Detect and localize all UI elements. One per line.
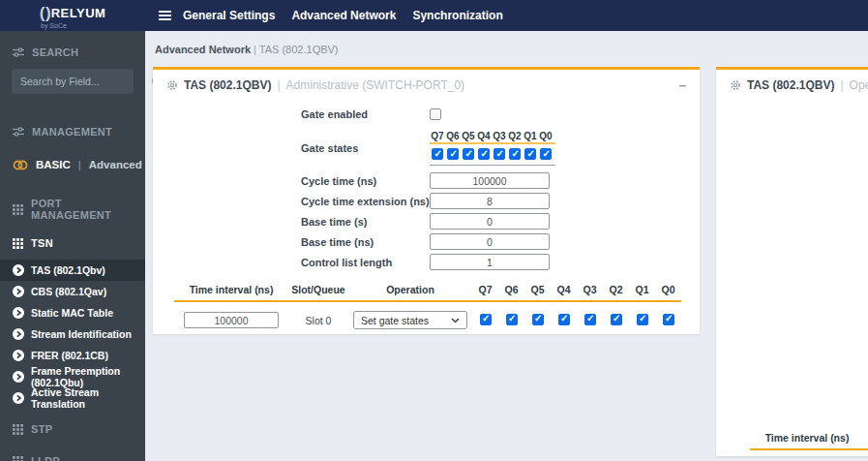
gate-state-q0-checkbox[interactable]: [540, 148, 552, 160]
top-navbar: ( ) RELYUM by SoCe General Settings Adva…: [0, 0, 868, 31]
base-time-ns-input[interactable]: [430, 233, 550, 250]
queue-header: Q0: [538, 131, 554, 141]
sidebar-management-header: MANAGEMENT: [32, 126, 112, 138]
sidebar-port-management-header: PORT MANAGEMENT: [31, 198, 145, 221]
base-time-s-input[interactable]: [430, 213, 550, 230]
queue-header: Q4: [476, 131, 492, 141]
gear-icon: [730, 79, 741, 91]
tsn-submenu: TAS (802.1Qbv) CBS (802.1Qav) Static MAC…: [0, 260, 145, 409]
menu-general-settings[interactable]: General Settings: [183, 9, 275, 22]
sidebar-basic-advanced-toggle[interactable]: BASIC | Advanced: [0, 156, 145, 173]
gate-state-q1-checkbox[interactable]: [524, 148, 536, 160]
panel-header: TAS (802.1QBV) | Operative (SWITCH-PORT_…: [716, 70, 868, 99]
col-q6: Q6: [498, 284, 524, 301]
sidebar-item-active-stream-translation[interactable]: Active Stream Translation: [0, 387, 145, 409]
sidebar-section-search: SEARCH: [0, 43, 145, 62]
grid-icon: [13, 456, 23, 461]
sidebar-item-static-mac-table[interactable]: Static MAC Table: [0, 302, 145, 323]
row-q2-checkbox[interactable]: [611, 314, 622, 325]
gate-state-q6-checkbox[interactable]: [447, 148, 459, 160]
row-q7-checkbox[interactable]: [480, 314, 492, 325]
sidebar-item-tsn[interactable]: TSN: [0, 233, 145, 253]
col-q4: Q4: [551, 284, 577, 301]
grid-icon: [13, 238, 23, 249]
breadcrumb-section: Advanced Network: [155, 44, 251, 55]
app-screen: ( ) RELYUM by SoCe General Settings Adva…: [0, 0, 868, 461]
col-slot-queue: Slot/Queue: [864, 432, 868, 449]
row-q4-checkbox[interactable]: [558, 314, 570, 325]
arrow-circle-icon: [13, 371, 24, 383]
gate-state-q2-checkbox[interactable]: [509, 148, 521, 160]
main-menu: General Settings Advanced Network Synchr…: [183, 9, 503, 22]
gate-state-q3-checkbox[interactable]: [494, 148, 505, 160]
col-q7: Q7: [472, 284, 498, 301]
base-time-s-row: Base time (s): [153, 213, 700, 230]
row-q3-checkbox[interactable]: [584, 314, 596, 325]
queue-header: Q3: [492, 131, 507, 141]
sidebar-item-tas[interactable]: TAS (802.1Qbv): [0, 260, 145, 281]
base-time-s-label: Base time (s): [301, 216, 430, 228]
gate-state-q5-checkbox[interactable]: [463, 148, 474, 160]
collapse-panel-button[interactable]: −: [678, 79, 686, 92]
main-content: Advanced Network | TAS (802.1QBV) TAS (8…: [145, 31, 868, 461]
sidebar-item-frer[interactable]: FRER (802.1CB): [0, 345, 145, 366]
cycle-time-input[interactable]: [430, 172, 550, 189]
tas-operative-panel: TAS (802.1QBV) | Operative (SWITCH-PORT_…: [716, 67, 868, 456]
hamburger-menu-icon[interactable]: [159, 15, 171, 16]
sidebar-stp-label: STP: [31, 423, 52, 435]
cycle-time-label: Cycle time (ns): [301, 175, 430, 187]
brand-circle-icon: ( ): [40, 5, 49, 21]
breadcrumb-separator: |: [254, 44, 256, 55]
gate-enabled-checkbox[interactable]: [430, 108, 441, 120]
breadcrumb: Advanced Network | TAS (802.1QBV): [145, 31, 868, 67]
operation-select[interactable]: Set gate states: [353, 311, 467, 329]
col-time-interval: Time interval (ns): [750, 432, 864, 449]
sidebar-item-label: Frame Preemption (802.1Qbu): [31, 365, 145, 388]
sidebar-item-stp[interactable]: STP: [0, 419, 145, 439]
gate-enabled-row: Gate enabled: [153, 108, 700, 120]
sidebar-section-port-management: PORT MANAGEMENT: [0, 200, 145, 219]
gate-state-q7-checkbox[interactable]: [432, 148, 443, 160]
row-q0-checkbox[interactable]: [663, 314, 674, 325]
control-list-row: Slot 0 Set gate states: [174, 301, 681, 329]
brand-logo[interactable]: ( ) RELYUM by SoCe: [0, 2, 145, 29]
queue-header: Q7: [430, 131, 445, 141]
arrow-circle-icon: [13, 307, 24, 319]
gear-icon: [166, 79, 178, 91]
gate-state-q4-checkbox[interactable]: [478, 148, 490, 160]
sidebar-item-cbs[interactable]: CBS (802.1Qav): [0, 281, 145, 302]
base-time-ns-label: Base time (ns): [301, 236, 430, 248]
sidebar: SEARCH MANAGEMENT BASIC | Advanced: [0, 31, 145, 461]
grid-icon: [13, 204, 23, 215]
sidebar-search-box: [12, 69, 134, 94]
brand-name: RELYUM: [51, 7, 106, 19]
sidebar-item-lldp[interactable]: LLDP: [0, 451, 145, 461]
time-interval-input[interactable]: [184, 312, 279, 328]
gate-states-label: Gate states: [301, 142, 430, 154]
control-list-length-label: Control list length: [301, 257, 430, 268]
sidebar-item-frame-preemption[interactable]: Frame Preemption (802.1Qbu): [0, 366, 145, 387]
control-list-length-input[interactable]: [430, 254, 550, 270]
operation-selected-value: Set gate states: [361, 315, 429, 326]
row-q1-checkbox[interactable]: [637, 314, 648, 325]
sidebar-item-label: Static MAC Table: [31, 307, 113, 319]
chevron-down-icon: [451, 318, 460, 323]
menu-advanced-network[interactable]: Advanced Network: [291, 9, 396, 22]
arrow-circle-icon: [13, 264, 24, 276]
advanced-label: Advanced: [89, 159, 142, 170]
gate-states-table: Q7 Q6 Q5 Q4 Q3 Q2 Q1 Q0: [430, 131, 555, 166]
search-input[interactable]: [20, 76, 151, 87]
sidebar-item-stream-identification[interactable]: Stream Identification: [0, 323, 145, 345]
panel-header: TAS (802.1QBV) | Administrative (SWITCH-…: [153, 70, 700, 99]
panel-title-separator: |: [840, 78, 843, 92]
sidebar-item-label: Stream Identification: [31, 328, 132, 340]
cycle-time-extension-input[interactable]: [430, 193, 550, 209]
arrow-circle-icon: [13, 350, 24, 361]
menu-synchronization[interactable]: Synchronization: [412, 9, 502, 22]
row-q6-checkbox[interactable]: [506, 314, 518, 325]
panel-title: TAS (802.1QBV): [747, 78, 834, 92]
sidebar-item-label: FRER (802.1CB): [31, 350, 108, 361]
breadcrumb-page: TAS (802.1QBV): [259, 44, 339, 55]
panel-title-separator: |: [277, 78, 280, 92]
row-q5-checkbox[interactable]: [532, 314, 544, 325]
